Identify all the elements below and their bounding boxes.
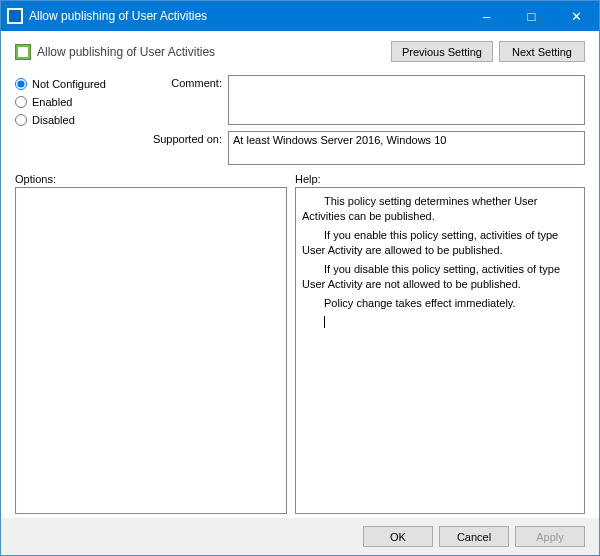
policy-title: Allow publishing of User Activities xyxy=(37,45,391,59)
minimize-button[interactable]: – xyxy=(464,1,509,31)
ok-button[interactable]: OK xyxy=(363,526,433,547)
radio-disabled-input[interactable] xyxy=(15,114,27,126)
radio-not-configured-input[interactable] xyxy=(15,78,27,90)
help-text-1: This policy setting determines whether U… xyxy=(302,194,566,224)
help-label: Help: xyxy=(295,173,585,185)
cancel-button[interactable]: Cancel xyxy=(439,526,509,547)
lower-panels: This policy setting determines whether U… xyxy=(15,187,585,514)
comment-row: Comment: xyxy=(136,75,585,125)
next-setting-button[interactable]: Next Setting xyxy=(499,41,585,62)
radio-enabled-label: Enabled xyxy=(32,96,72,108)
comment-textarea[interactable] xyxy=(228,75,585,125)
close-button[interactable]: ✕ xyxy=(554,1,599,31)
titlebar-controls: – □ ✕ xyxy=(464,1,599,31)
dialog-button-row: OK Cancel Apply xyxy=(1,518,599,555)
supported-field: At least Windows Server 2016, Windows 10 xyxy=(228,131,585,165)
nav-buttons: Previous Setting Next Setting xyxy=(391,41,585,62)
options-label: Options: xyxy=(15,173,287,185)
policy-icon xyxy=(15,44,31,60)
radio-disabled-label: Disabled xyxy=(32,114,75,126)
header-row: Allow publishing of User Activities Prev… xyxy=(15,41,585,62)
options-panel[interactable] xyxy=(15,187,287,514)
radio-not-configured-label: Not Configured xyxy=(32,78,106,90)
radio-not-configured[interactable]: Not Configured xyxy=(15,78,130,90)
radio-enabled[interactable]: Enabled xyxy=(15,96,130,108)
radio-enabled-input[interactable] xyxy=(15,96,27,108)
window-title: Allow publishing of User Activities xyxy=(29,9,464,23)
fields-column: Comment: Supported on: At least Windows … xyxy=(136,75,585,165)
configuration-section: Not Configured Enabled Disabled Comment: xyxy=(15,75,585,165)
help-text-2: If you enable this policy setting, activ… xyxy=(302,228,566,258)
text-cursor-icon xyxy=(324,316,325,328)
help-text-4: Policy change takes effect immediately. xyxy=(302,296,566,311)
titlebar: Allow publishing of User Activities – □ … xyxy=(1,1,599,31)
help-text-3: If you disable this policy setting, acti… xyxy=(302,262,566,292)
maximize-button[interactable]: □ xyxy=(509,1,554,31)
content-area: Allow publishing of User Activities Prev… xyxy=(1,31,599,518)
dialog-window: Allow publishing of User Activities – □ … xyxy=(0,0,600,556)
apply-button[interactable]: Apply xyxy=(515,526,585,547)
previous-setting-button[interactable]: Previous Setting xyxy=(391,41,493,62)
comment-label: Comment: xyxy=(136,75,222,89)
help-panel[interactable]: This policy setting determines whether U… xyxy=(295,187,585,514)
section-labels: Options: Help: xyxy=(15,173,585,185)
supported-label: Supported on: xyxy=(136,131,222,145)
state-radio-group: Not Configured Enabled Disabled xyxy=(15,75,130,165)
app-icon xyxy=(7,8,23,24)
supported-row: Supported on: At least Windows Server 20… xyxy=(136,131,585,165)
radio-disabled[interactable]: Disabled xyxy=(15,114,130,126)
